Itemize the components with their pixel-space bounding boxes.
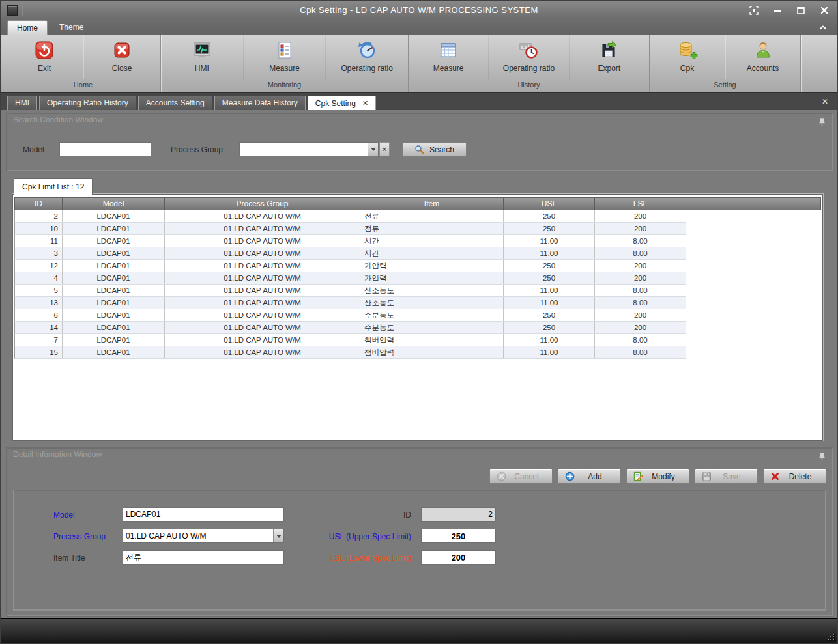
cancel-button: Cancel (489, 469, 553, 484)
ribbon-group-monitoring: HMIMeasureOperating ratioMonitoring (161, 35, 409, 92)
doc-tab-cpk-setting[interactable]: Cpk Setting✕ (308, 96, 376, 110)
cell-model: LDCAP01 (63, 285, 165, 296)
column-header-process-group[interactable]: Process Group (165, 198, 360, 210)
process-group-combobox[interactable] (239, 142, 379, 156)
pin-icon[interactable] (818, 117, 826, 126)
resize-grip[interactable] (826, 632, 834, 640)
chevron-up-icon[interactable] (818, 23, 828, 33)
fullscreen-icon[interactable] (749, 5, 759, 16)
cell-id: 6 (15, 309, 63, 321)
process-group-search-input[interactable] (240, 143, 368, 156)
item-title-field[interactable] (123, 550, 284, 565)
cell-id: 3 (15, 247, 63, 259)
cell-id: 15 (15, 346, 63, 358)
ribbon-button-operating-ratio[interactable]: Operating ratio (326, 35, 408, 79)
ribbon-tab-strip: Home Theme (1, 20, 837, 35)
model-field[interactable] (123, 507, 284, 522)
chevron-down-icon[interactable] (368, 143, 378, 156)
table-row[interactable]: 12LDCAP0101.LD CAP AUTO W/M가압력250200 (14, 260, 686, 272)
column-header-usl[interactable]: USL (504, 198, 595, 210)
ribbon-tab-home[interactable]: Home (7, 20, 48, 35)
table-row[interactable]: 3LDCAP0101.LD CAP AUTO W/M시간11.008.00 (14, 247, 686, 260)
table-row[interactable]: 13LDCAP0101.LD CAP AUTO W/M산소농도11.008.00 (14, 297, 686, 309)
cell-process-group: 01.LD CAP AUTO W/M (165, 346, 360, 358)
tabstrip-close-icon[interactable]: ✕ (822, 97, 828, 106)
button-label: Cancel (512, 472, 548, 481)
cpk-limit-list-tab[interactable]: Cpk Limit List : 12 (14, 178, 93, 195)
table-row[interactable]: 11LDCAP0101.LD CAP AUTO W/M시간11.008.00 (14, 235, 686, 247)
modify-button[interactable]: Modify (626, 469, 689, 484)
panel-title: Search Condition Window (13, 115, 103, 124)
ribbon-button-label: Cpk (680, 64, 694, 73)
cell-item: 전류 (360, 210, 504, 222)
table-header-row: IDModelProcess GroupItemUSLLSL (14, 197, 821, 210)
column-header-id[interactable]: ID (15, 198, 63, 210)
cell-id: 7 (15, 334, 63, 346)
ribbon-button-hmi[interactable]: HMI (161, 35, 244, 79)
doc-tab-measure-data-history[interactable]: Measure Data History (214, 96, 306, 110)
ribbon-button-exit[interactable]: Exit (6, 35, 83, 79)
table-row[interactable]: 6LDCAP0101.LD CAP AUTO W/M수분농도250200 (14, 309, 686, 322)
ribbon-button-label: Operating ratio (503, 64, 555, 73)
person-icon (753, 40, 773, 61)
cancel-icon (497, 471, 506, 481)
save-icon (702, 471, 712, 481)
cell-lsl: 8.00 (595, 235, 686, 247)
doc-tab-accounts-setting[interactable]: Accounts Setting (138, 96, 212, 110)
table-row[interactable]: 7LDCAP0101.LD CAP AUTO W/M챔버압력11.008.00 (14, 334, 686, 346)
ribbon-button-label: Export (598, 64, 620, 73)
lsl-field[interactable] (421, 550, 496, 565)
ribbon-group-label: Monitoring (161, 79, 408, 92)
usl-field[interactable] (421, 529, 496, 543)
minimize-icon[interactable] (772, 5, 783, 16)
process-group-clear-button[interactable]: ✕ (379, 142, 390, 156)
cell-id: 14 (15, 322, 63, 333)
delete-button[interactable]: Delete (763, 469, 826, 484)
table-row[interactable]: 5LDCAP0101.LD CAP AUTO W/M산소농도11.008.00 (14, 285, 686, 297)
search-icon (414, 145, 424, 154)
detail-information-panel: Detail Infomation Window CancelAddModify… (6, 447, 833, 617)
ribbon-button-cpk[interactable]: Cpk (650, 35, 725, 79)
process-group-field[interactable] (123, 529, 284, 543)
tab-close-icon[interactable]: ✕ (362, 100, 368, 107)
maximize-icon[interactable] (796, 5, 806, 16)
ribbon-button-operating-ratio[interactable]: Operating ratio (489, 35, 569, 79)
cell-item: 챔버압력 (360, 334, 504, 346)
table-row[interactable]: 15LDCAP0101.LD CAP AUTO W/M챔버압력11.008.00 (14, 346, 686, 359)
ribbon-button-export[interactable]: Export (570, 35, 649, 79)
column-header-item[interactable]: Item (360, 198, 504, 210)
model-search-input[interactable] (59, 142, 151, 156)
ribbon-button-measure[interactable]: Measure (409, 35, 489, 79)
table-row[interactable]: 10LDCAP0101.LD CAP AUTO W/M전류250200 (14, 223, 686, 235)
add-button[interactable]: Add (558, 469, 621, 484)
column-header-filler (686, 198, 820, 210)
cell-process-group: 01.LD CAP AUTO W/M (165, 309, 360, 321)
chevron-down-icon[interactable] (273, 529, 283, 542)
process-group-value-input[interactable] (123, 529, 273, 542)
id-field (421, 507, 496, 522)
pin-icon[interactable] (818, 452, 826, 461)
add-icon (565, 471, 575, 481)
column-header-model[interactable]: Model (63, 198, 165, 210)
ribbon-button-close[interactable]: Close (83, 35, 160, 79)
cell-lsl: 8.00 (595, 346, 686, 358)
ribbon-tab-theme[interactable]: Theme (50, 20, 93, 35)
search-condition-panel: Search Condition Window Model Process Gr… (6, 113, 833, 171)
document-tab-strip: HMIOperating Ratio HistoryAccounts Setti… (1, 92, 837, 110)
doc-tab-operating-ratio-history[interactable]: Operating Ratio History (39, 96, 136, 110)
cell-id: 10 (15, 223, 63, 234)
close-icon[interactable] (819, 5, 830, 16)
detail-button-bar: CancelAddModifySaveDelete (489, 469, 826, 484)
ribbon-button-accounts[interactable]: Accounts (725, 35, 800, 79)
cell-usl: 250 (504, 223, 595, 234)
cell-usl: 11.00 (504, 247, 595, 259)
search-button[interactable]: Search (402, 142, 467, 157)
column-header-lsl[interactable]: LSL (595, 198, 686, 210)
cell-item: 산소농도 (360, 297, 504, 309)
table-row[interactable]: 2LDCAP0101.LD CAP AUTO W/M전류250200 (14, 210, 686, 223)
table-row[interactable]: 4LDCAP0101.LD CAP AUTO W/M가압력250200 (14, 272, 686, 285)
ribbon-button-measure[interactable]: Measure (244, 35, 326, 79)
ribbon: ExitCloseHomeHMIMeasureOperating ratioMo… (1, 35, 837, 92)
doc-tab-hmi[interactable]: HMI (7, 96, 37, 110)
table-row[interactable]: 14LDCAP0101.LD CAP AUTO W/M수분농도250200 (14, 322, 686, 334)
